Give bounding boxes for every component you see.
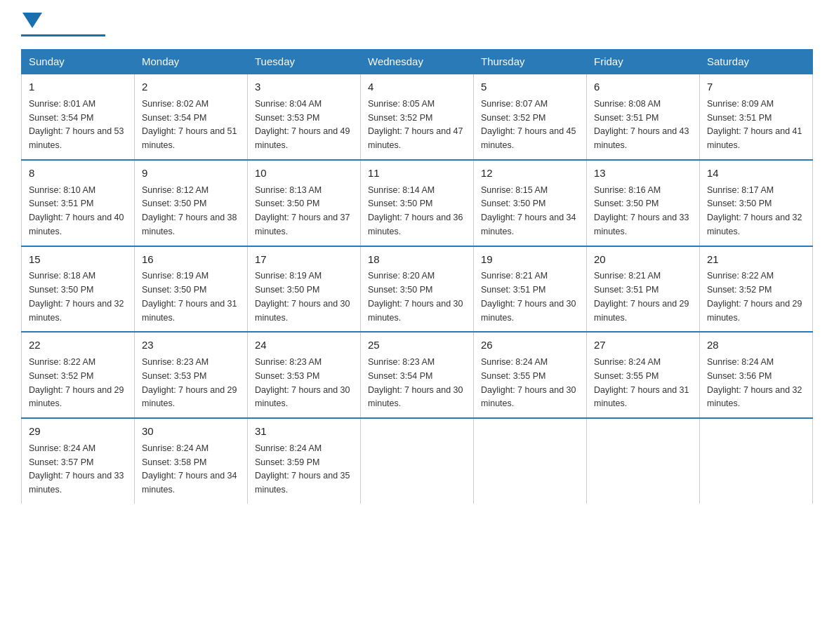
calendar-week-row: 22 Sunrise: 8:22 AMSunset: 3:52 PMDaylig… bbox=[22, 332, 813, 418]
calendar-cell: 22 Sunrise: 8:22 AMSunset: 3:52 PMDaylig… bbox=[22, 332, 135, 418]
calendar-cell: 3 Sunrise: 8:04 AMSunset: 3:53 PMDayligh… bbox=[248, 74, 361, 160]
day-number: 20 bbox=[594, 252, 692, 267]
calendar-cell: 6 Sunrise: 8:08 AMSunset: 3:51 PMDayligh… bbox=[587, 74, 700, 160]
calendar-cell: 16 Sunrise: 8:19 AMSunset: 3:50 PMDaylig… bbox=[135, 246, 248, 333]
col-header-monday: Monday bbox=[135, 50, 248, 74]
calendar-cell: 4 Sunrise: 8:05 AMSunset: 3:52 PMDayligh… bbox=[361, 74, 474, 160]
calendar-cell: 13 Sunrise: 8:16 AMSunset: 3:50 PMDaylig… bbox=[587, 160, 700, 246]
calendar-cell: 17 Sunrise: 8:19 AMSunset: 3:50 PMDaylig… bbox=[248, 246, 361, 333]
day-info: Sunrise: 8:23 AMSunset: 3:53 PMDaylight:… bbox=[142, 357, 237, 408]
day-info: Sunrise: 8:05 AMSunset: 3:52 PMDaylight:… bbox=[368, 99, 463, 150]
day-number: 1 bbox=[29, 79, 127, 95]
calendar-cell: 2 Sunrise: 8:02 AMSunset: 3:54 PMDayligh… bbox=[135, 74, 248, 160]
day-info: Sunrise: 8:07 AMSunset: 3:52 PMDaylight:… bbox=[481, 99, 576, 150]
calendar-cell: 19 Sunrise: 8:21 AMSunset: 3:51 PMDaylig… bbox=[474, 246, 587, 333]
day-number: 4 bbox=[368, 79, 466, 95]
day-info: Sunrise: 8:19 AMSunset: 3:50 PMDaylight:… bbox=[142, 271, 237, 322]
day-number: 9 bbox=[142, 166, 240, 181]
day-number: 18 bbox=[368, 252, 466, 267]
calendar-cell: 24 Sunrise: 8:23 AMSunset: 3:53 PMDaylig… bbox=[248, 332, 361, 418]
day-info: Sunrise: 8:21 AMSunset: 3:51 PMDaylight:… bbox=[481, 271, 576, 322]
day-info: Sunrise: 8:19 AMSunset: 3:50 PMDaylight:… bbox=[255, 271, 350, 322]
calendar-cell: 23 Sunrise: 8:23 AMSunset: 3:53 PMDaylig… bbox=[135, 332, 248, 418]
day-number: 12 bbox=[481, 166, 579, 181]
day-number: 8 bbox=[29, 166, 127, 181]
calendar-cell bbox=[361, 418, 474, 504]
day-info: Sunrise: 8:24 AMSunset: 3:55 PMDaylight:… bbox=[481, 357, 576, 408]
day-number: 30 bbox=[142, 424, 240, 439]
day-info: Sunrise: 8:02 AMSunset: 3:54 PMDaylight:… bbox=[142, 99, 237, 150]
day-info: Sunrise: 8:24 AMSunset: 3:59 PMDaylight:… bbox=[255, 443, 350, 495]
calendar-cell: 7 Sunrise: 8:09 AMSunset: 3:51 PMDayligh… bbox=[700, 74, 813, 160]
col-header-thursday: Thursday bbox=[474, 50, 587, 74]
day-number: 5 bbox=[481, 79, 579, 95]
col-header-sunday: Sunday bbox=[22, 50, 135, 74]
calendar-week-row: 29 Sunrise: 8:24 AMSunset: 3:57 PMDaylig… bbox=[22, 418, 813, 504]
day-info: Sunrise: 8:13 AMSunset: 3:50 PMDaylight:… bbox=[255, 185, 350, 236]
logo-triangle-icon bbox=[22, 13, 42, 28]
col-header-wednesday: Wednesday bbox=[361, 50, 474, 74]
col-header-saturday: Saturday bbox=[700, 50, 813, 74]
calendar-header-row: SundayMondayTuesdayWednesdayThursdayFrid… bbox=[22, 50, 813, 74]
day-info: Sunrise: 8:18 AMSunset: 3:50 PMDaylight:… bbox=[29, 271, 124, 322]
day-number: 24 bbox=[255, 337, 353, 353]
col-header-tuesday: Tuesday bbox=[248, 50, 361, 74]
calendar-week-row: 8 Sunrise: 8:10 AMSunset: 3:51 PMDayligh… bbox=[22, 160, 813, 246]
calendar-cell: 21 Sunrise: 8:22 AMSunset: 3:52 PMDaylig… bbox=[700, 246, 813, 333]
calendar-cell: 18 Sunrise: 8:20 AMSunset: 3:50 PMDaylig… bbox=[361, 246, 474, 333]
day-info: Sunrise: 8:15 AMSunset: 3:50 PMDaylight:… bbox=[481, 185, 576, 236]
day-info: Sunrise: 8:20 AMSunset: 3:50 PMDaylight:… bbox=[368, 271, 463, 322]
day-info: Sunrise: 8:22 AMSunset: 3:52 PMDaylight:… bbox=[29, 357, 124, 408]
day-number: 29 bbox=[29, 424, 127, 439]
day-number: 26 bbox=[481, 337, 579, 353]
day-info: Sunrise: 8:12 AMSunset: 3:50 PMDaylight:… bbox=[142, 185, 237, 236]
calendar-cell: 5 Sunrise: 8:07 AMSunset: 3:52 PMDayligh… bbox=[474, 74, 587, 160]
day-number: 31 bbox=[255, 424, 353, 439]
day-number: 28 bbox=[707, 337, 805, 353]
day-info: Sunrise: 8:24 AMSunset: 3:55 PMDaylight:… bbox=[594, 357, 689, 408]
calendar-cell: 31 Sunrise: 8:24 AMSunset: 3:59 PMDaylig… bbox=[248, 418, 361, 504]
day-info: Sunrise: 8:24 AMSunset: 3:57 PMDaylight:… bbox=[29, 443, 124, 495]
day-number: 19 bbox=[481, 252, 579, 267]
calendar-cell: 8 Sunrise: 8:10 AMSunset: 3:51 PMDayligh… bbox=[22, 160, 135, 246]
logo-underline bbox=[21, 34, 105, 36]
day-number: 14 bbox=[707, 166, 805, 181]
day-number: 23 bbox=[142, 337, 240, 353]
day-number: 10 bbox=[255, 166, 353, 181]
day-info: Sunrise: 8:21 AMSunset: 3:51 PMDaylight:… bbox=[594, 271, 689, 322]
day-number: 6 bbox=[594, 79, 692, 95]
logo bbox=[21, 14, 105, 36]
calendar-cell: 28 Sunrise: 8:24 AMSunset: 3:56 PMDaylig… bbox=[700, 332, 813, 418]
day-number: 13 bbox=[594, 166, 692, 181]
calendar-cell bbox=[587, 418, 700, 504]
day-number: 2 bbox=[142, 79, 240, 95]
col-header-friday: Friday bbox=[587, 50, 700, 74]
calendar-cell bbox=[474, 418, 587, 504]
calendar-cell: 9 Sunrise: 8:12 AMSunset: 3:50 PMDayligh… bbox=[135, 160, 248, 246]
calendar-cell: 10 Sunrise: 8:13 AMSunset: 3:50 PMDaylig… bbox=[248, 160, 361, 246]
calendar-cell: 26 Sunrise: 8:24 AMSunset: 3:55 PMDaylig… bbox=[474, 332, 587, 418]
day-info: Sunrise: 8:24 AMSunset: 3:58 PMDaylight:… bbox=[142, 443, 237, 495]
day-number: 25 bbox=[368, 337, 466, 353]
calendar-cell: 29 Sunrise: 8:24 AMSunset: 3:57 PMDaylig… bbox=[22, 418, 135, 504]
day-info: Sunrise: 8:23 AMSunset: 3:54 PMDaylight:… bbox=[368, 357, 463, 408]
day-info: Sunrise: 8:01 AMSunset: 3:54 PMDaylight:… bbox=[29, 99, 124, 150]
day-number: 3 bbox=[255, 79, 353, 95]
calendar-cell: 20 Sunrise: 8:21 AMSunset: 3:51 PMDaylig… bbox=[587, 246, 700, 333]
day-info: Sunrise: 8:14 AMSunset: 3:50 PMDaylight:… bbox=[368, 185, 463, 236]
calendar-cell: 30 Sunrise: 8:24 AMSunset: 3:58 PMDaylig… bbox=[135, 418, 248, 504]
calendar-cell: 11 Sunrise: 8:14 AMSunset: 3:50 PMDaylig… bbox=[361, 160, 474, 246]
svg-marker-0 bbox=[22, 13, 42, 28]
day-number: 22 bbox=[29, 337, 127, 353]
day-info: Sunrise: 8:08 AMSunset: 3:51 PMDaylight:… bbox=[594, 99, 689, 150]
day-info: Sunrise: 8:10 AMSunset: 3:51 PMDaylight:… bbox=[29, 185, 124, 236]
day-info: Sunrise: 8:04 AMSunset: 3:53 PMDaylight:… bbox=[255, 99, 350, 150]
day-number: 15 bbox=[29, 252, 127, 267]
day-number: 11 bbox=[368, 166, 466, 181]
day-number: 16 bbox=[142, 252, 240, 267]
day-info: Sunrise: 8:24 AMSunset: 3:56 PMDaylight:… bbox=[707, 357, 802, 408]
calendar-table: SundayMondayTuesdayWednesdayThursdayFrid… bbox=[21, 49, 813, 504]
day-info: Sunrise: 8:09 AMSunset: 3:51 PMDaylight:… bbox=[707, 99, 802, 150]
calendar-cell: 12 Sunrise: 8:15 AMSunset: 3:50 PMDaylig… bbox=[474, 160, 587, 246]
day-number: 17 bbox=[255, 252, 353, 267]
